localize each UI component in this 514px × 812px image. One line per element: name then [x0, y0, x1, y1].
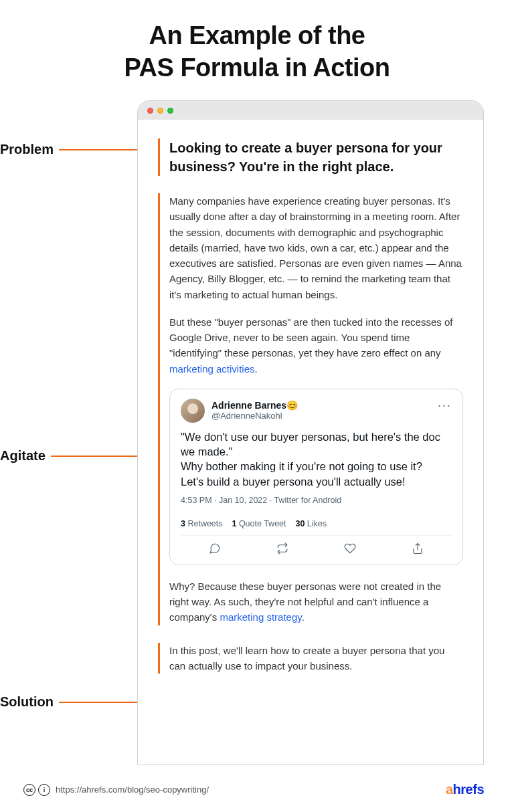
- section-agitate: Many companies have experience creating …: [158, 193, 463, 625]
- more-icon[interactable]: ···: [438, 399, 452, 413]
- tweet-author-name: Adrienne Barnes😊: [211, 400, 298, 411]
- tweet-stats: 3 Retweets 1 Quote Tweet 30 Likes: [181, 512, 452, 536]
- connector-line: [51, 455, 137, 457]
- browser-titlebar: [138, 101, 483, 120]
- page-title: An Example of the PAS Formula in Action: [0, 0, 514, 97]
- footer: cci https://ahrefs.com/blog/seo-copywrit…: [23, 782, 484, 797]
- share-icon[interactable]: [412, 542, 424, 556]
- label-agitate: Agitate: [0, 448, 46, 464]
- reply-icon[interactable]: [209, 542, 221, 556]
- link-marketing-activities[interactable]: marketing activities: [169, 363, 255, 375]
- section-solution: In this post, we'll learn how to create …: [158, 643, 463, 674]
- embedded-tweet: Adrienne Barnes😊 @AdrienneNakohl ··· "We…: [169, 389, 463, 565]
- connector-line: [59, 702, 137, 703]
- tweet-timestamp: 4:53 PM · Jan 10, 2022 · Twitter for And…: [181, 496, 452, 512]
- label-problem: Problem: [0, 142, 54, 157]
- agitate-para-2: But these "buyer personas" are then tuck…: [169, 314, 463, 377]
- label-solution: Solution: [0, 694, 54, 710]
- cc-license-icon: cci: [23, 784, 50, 796]
- connector-line: [59, 149, 137, 150]
- article-content: Looking to create a buyer persona for yo…: [138, 120, 483, 704]
- title-line-1: An Example of the: [149, 21, 365, 49]
- side-labels: Problem Agitate Solution: [0, 100, 137, 765]
- tweet-author-handle: @AdrienneNakohl: [211, 411, 298, 421]
- title-line-2: PAS Formula in Action: [124, 54, 390, 82]
- problem-text: Looking to create a buyer persona for yo…: [169, 138, 463, 176]
- window-max-dot: [167, 108, 173, 114]
- tweet-actions: [181, 536, 452, 565]
- like-icon[interactable]: [344, 542, 356, 556]
- agitate-para-1: Many companies have experience creating …: [169, 193, 463, 302]
- source-url: https://ahrefs.com/blog/seo-copywriting/: [56, 785, 209, 795]
- window-close-dot: [147, 108, 153, 114]
- retweet-icon[interactable]: [276, 542, 288, 556]
- agitate-para-3: Why? Because these buyer personas were n…: [169, 579, 463, 625]
- avatar: [181, 399, 205, 423]
- section-problem: Looking to create a buyer persona for yo…: [158, 138, 463, 176]
- solution-text: In this post, we'll learn how to create …: [169, 643, 463, 674]
- ahrefs-logo: ahrefs: [446, 782, 484, 797]
- browser-mockup: Looking to create a buyer persona for yo…: [137, 100, 484, 765]
- link-marketing-strategy[interactable]: marketing strategy: [220, 611, 301, 623]
- window-min-dot: [157, 108, 163, 114]
- tweet-body: "We don't use our buyer personas, but he…: [181, 429, 452, 489]
